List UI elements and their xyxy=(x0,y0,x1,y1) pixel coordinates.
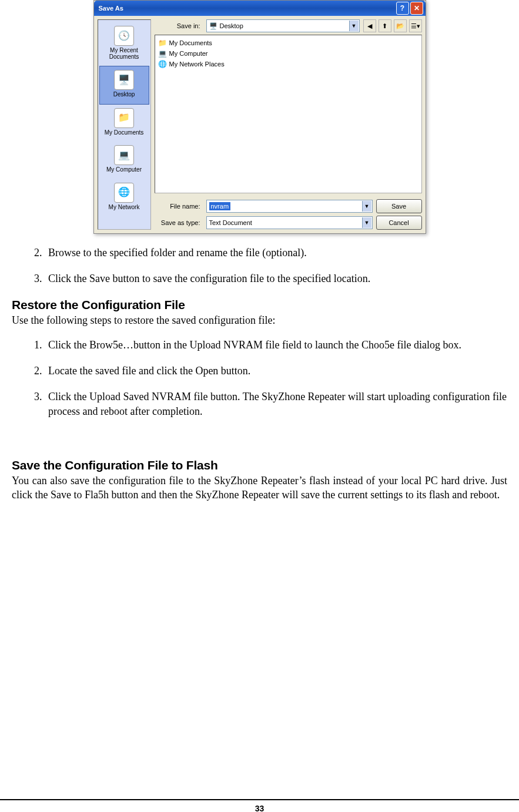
list-item: Click the Save button to save the config… xyxy=(45,271,507,286)
saveastype-combo[interactable]: Text Document ▼ xyxy=(206,216,373,229)
folder-icon: 📁 xyxy=(159,39,167,47)
folder-icon: 📁 xyxy=(114,108,134,128)
close-button[interactable]: ✕ xyxy=(410,2,423,15)
list-item[interactable]: 💻 My Computer xyxy=(159,48,418,59)
restore-steps-list: Click the Brow5e…button in the Upload NV… xyxy=(12,338,507,418)
save-as-dialog: Save As ? ✕ 🕓 My Recent Documents 🖥️ Des… xyxy=(93,0,426,234)
page-number: 33 xyxy=(0,804,519,812)
page-footer: 33 xyxy=(0,799,519,812)
sidebar-item-mydocs[interactable]: 📁 My Documents xyxy=(99,105,149,142)
recent-docs-icon: 🕓 xyxy=(114,26,134,46)
saveastype-label: Save as type: xyxy=(155,219,203,226)
help-button[interactable]: ? xyxy=(396,2,409,15)
computer-icon: 💻 xyxy=(114,145,134,165)
list-item[interactable]: 🌐 My Network Places xyxy=(159,59,418,69)
places-sidebar: 🕓 My Recent Documents 🖥️ Desktop 📁 My Do… xyxy=(98,19,151,230)
views-icon[interactable]: ☰▾ xyxy=(409,19,422,32)
up-icon[interactable]: ⬆ xyxy=(379,19,391,32)
save-button[interactable]: Save xyxy=(376,199,422,213)
paragraph: You can also save the configuration file… xyxy=(12,474,507,502)
sidebar-item-recent[interactable]: 🕓 My Recent Documents xyxy=(99,22,149,66)
desktop-small-icon: 🖥️ xyxy=(209,22,217,30)
filename-value: nvram xyxy=(209,202,231,210)
chevron-down-icon[interactable]: ▼ xyxy=(362,217,371,228)
back-icon[interactable]: ◀ xyxy=(363,19,376,32)
list-item: Locate the saved file and click the Open… xyxy=(45,364,507,378)
heading-flash: Save the Configuration File to Flash xyxy=(12,458,507,472)
cancel-button[interactable]: Cancel xyxy=(376,216,422,230)
list-item: Click the Upload Saved NVRAM file button… xyxy=(45,390,507,418)
list-item[interactable]: 📁 My Documents xyxy=(159,38,418,48)
save-in-combo[interactable]: 🖥️ Desktop ▼ xyxy=(206,19,360,32)
new-folder-icon[interactable]: 📂 xyxy=(394,19,407,32)
saveastype-value: Text Document xyxy=(209,219,252,226)
desktop-icon: 🖥️ xyxy=(114,70,134,90)
paragraph: Use the following steps to restore the s… xyxy=(12,313,507,327)
network-icon: 🌐 xyxy=(114,183,134,203)
computer-icon: 💻 xyxy=(159,49,167,58)
list-item: Browse to the specified folder and renam… xyxy=(45,246,507,260)
sidebar-item-desktop[interactable]: 🖥️ Desktop xyxy=(99,66,149,105)
list-item: Click the Brow5e…button in the Upload NV… xyxy=(45,338,507,352)
network-icon: 🌐 xyxy=(159,60,167,68)
chevron-down-icon[interactable]: ▼ xyxy=(349,21,359,31)
filename-label: File name: xyxy=(155,203,203,210)
chevron-down-icon[interactable]: ▼ xyxy=(362,201,371,212)
save-steps-list: Browse to the specified folder and renam… xyxy=(12,246,507,286)
footer-rule xyxy=(0,799,519,800)
dialog-titlebar: Save As ? ✕ xyxy=(94,1,426,16)
save-in-value: Desktop xyxy=(220,22,243,29)
filename-combo[interactable]: nvram ▼ xyxy=(206,200,373,213)
sidebar-item-mycomputer[interactable]: 💻 My Computer xyxy=(99,142,149,179)
save-in-label: Save in: xyxy=(155,22,203,29)
sidebar-item-mynetwork[interactable]: 🌐 My Network xyxy=(99,179,149,217)
dialog-title: Save As xyxy=(99,5,395,12)
file-list[interactable]: 📁 My Documents 💻 My Computer 🌐 My Networ… xyxy=(155,35,422,193)
heading-restore: Restore the Configuration File xyxy=(12,298,507,312)
